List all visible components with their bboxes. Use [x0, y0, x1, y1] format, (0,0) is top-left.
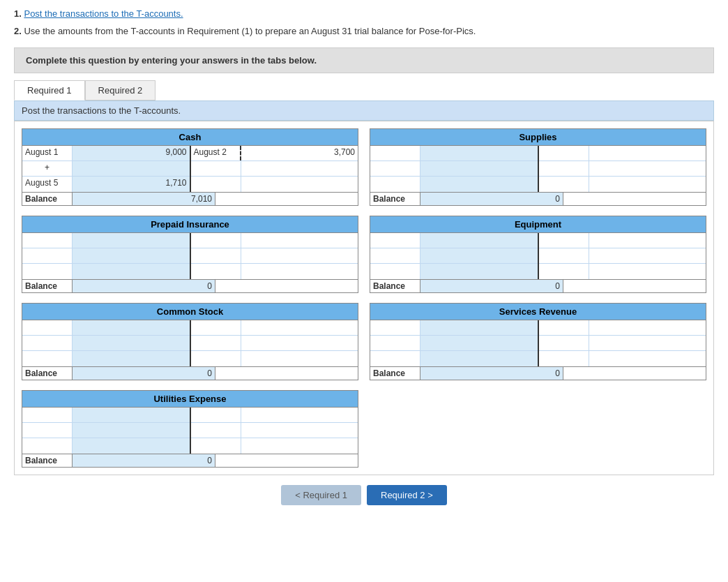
services-revenue-right — [539, 320, 706, 366]
eq-label-3 — [370, 264, 420, 279]
instruction-1-num: 1. — [14, 8, 22, 19]
sup-right-label-2 — [539, 161, 589, 176]
sr-row-3 — [370, 351, 538, 366]
cs-balance-value[interactable]: 0 — [73, 367, 215, 380]
ue-value-1[interactable] — [73, 408, 190, 422]
ue-label-3 — [22, 438, 73, 454]
ue-value-3[interactable] — [73, 438, 190, 454]
cs-label-3 — [22, 351, 73, 366]
eq-label-2 — [370, 248, 420, 263]
ue-balance-row: Balance 0 — [22, 454, 358, 467]
pi-right-value-3[interactable] — [241, 264, 358, 279]
ue-right-value-3[interactable] — [241, 438, 358, 454]
sup-value-1[interactable] — [420, 146, 538, 161]
cs-right-value-1[interactable] — [241, 320, 358, 335]
tab-required-1[interactable]: Required 1 — [14, 80, 85, 100]
prepaid-insurance-t-account: Prepaid Insurance — [22, 216, 358, 293]
cs-balance-right — [215, 367, 358, 380]
common-stock-left — [22, 320, 191, 366]
cash-row-2: August 5 1,710 — [22, 177, 190, 192]
prepaid-insurance-right — [191, 233, 358, 279]
eq-right-value-2[interactable] — [589, 248, 706, 263]
eq-value-3[interactable] — [420, 264, 538, 279]
cash-right-value-2[interactable] — [241, 161, 358, 176]
cash-right-value-3[interactable] — [241, 177, 358, 192]
prepaid-insurance-left — [22, 233, 191, 279]
ue-right-value-2[interactable] — [241, 423, 358, 438]
sup-value-3[interactable] — [420, 177, 538, 192]
prev-button[interactable]: < Required 1 — [281, 485, 361, 505]
eq-right-value-3[interactable] — [589, 264, 706, 279]
sup-row-1 — [370, 146, 538, 161]
cs-value-2[interactable] — [73, 336, 190, 350]
sup-row-2 — [370, 161, 538, 177]
common-stock-right — [191, 320, 358, 366]
ue-right-value-1[interactable] — [241, 408, 358, 422]
sup-right-value-3[interactable] — [589, 177, 706, 192]
cash-balance-value[interactable]: 7,010 — [73, 193, 215, 205]
pi-balance-value[interactable]: 0 — [73, 280, 215, 292]
pi-value-3[interactable] — [73, 264, 190, 279]
cs-value-3[interactable] — [73, 351, 190, 366]
common-stock-header: Common Stock — [22, 304, 358, 320]
sr-value-3[interactable] — [420, 351, 538, 366]
right-col: Supplies — [370, 128, 706, 468]
sup-balance-value[interactable]: 0 — [420, 193, 563, 205]
eq-row-1 — [370, 233, 538, 248]
sup-right-value-1[interactable] — [589, 146, 706, 161]
next-button[interactable]: Required 2 > — [367, 485, 447, 505]
cs-right-value-2[interactable] — [241, 336, 358, 350]
sr-value-1[interactable] — [420, 320, 538, 335]
sr-value-2[interactable] — [420, 336, 538, 350]
sr-right-value-1[interactable] — [589, 320, 706, 335]
pi-value-1[interactable] — [73, 233, 190, 248]
eq-value-2[interactable] — [420, 248, 538, 263]
sr-right-value-2[interactable] — [589, 336, 706, 350]
cs-right-row-3 — [191, 351, 358, 366]
equipment-body — [370, 233, 706, 279]
cs-right-label-1 — [191, 320, 241, 335]
pi-right-row-3 — [191, 264, 358, 279]
sup-value-2[interactable] — [420, 161, 538, 176]
sr-balance-right — [563, 367, 706, 380]
eq-value-1[interactable] — [420, 233, 538, 248]
cash-value-2[interactable]: 1,710 — [73, 177, 190, 192]
pi-balance-label: Balance — [22, 280, 73, 292]
sr-right-row-1 — [539, 320, 706, 336]
cash-plus-value[interactable] — [73, 161, 190, 176]
cash-value-1[interactable]: 9,000 — [73, 146, 190, 161]
instruction-1-link[interactable]: Post the transactions to the T-accounts. — [24, 8, 183, 19]
ue-balance-right — [215, 454, 358, 467]
cs-right-value-3[interactable] — [241, 351, 358, 366]
cash-right-label-2 — [191, 161, 241, 176]
sup-right-value-2[interactable] — [589, 161, 706, 176]
eq-right-label-3 — [539, 264, 589, 279]
pi-value-2[interactable] — [73, 248, 190, 263]
cash-right-value-1[interactable]: 3,700 — [241, 146, 358, 161]
sup-row-3 — [370, 177, 538, 192]
sr-right-row-2 — [539, 336, 706, 351]
cash-t-account: Cash August 1 9,000 + August 5 — [22, 128, 358, 206]
instruction-2-text: Use the amounts from the T-accounts in R… — [24, 26, 476, 36]
eq-right-value-1[interactable] — [589, 233, 706, 248]
sup-right-row-3 — [539, 177, 706, 192]
pi-right-value-2[interactable] — [241, 248, 358, 263]
sr-right-value-3[interactable] — [589, 351, 706, 366]
services-revenue-t-account: Services Revenue — [370, 303, 706, 380]
eq-balance-label: Balance — [370, 280, 420, 292]
services-revenue-body — [370, 320, 706, 366]
eq-balance-row: Balance 0 — [370, 279, 706, 292]
sr-balance-value[interactable]: 0 — [420, 367, 563, 380]
eq-balance-value[interactable]: 0 — [420, 280, 563, 292]
cs-right-label-3 — [191, 351, 241, 366]
cs-value-1[interactable] — [73, 320, 190, 335]
cash-balance-row: Balance 7,010 — [22, 192, 358, 205]
ue-value-2[interactable] — [73, 423, 190, 438]
ue-label-2 — [22, 423, 73, 438]
instruction-2-num: 2. — [14, 26, 22, 36]
tab-required-2[interactable]: Required 2 — [85, 80, 156, 100]
pi-right-value-1[interactable] — [241, 233, 358, 248]
ue-balance-value[interactable]: 0 — [73, 454, 215, 467]
pi-balance-right — [215, 280, 358, 292]
pi-row-2 — [22, 248, 190, 264]
